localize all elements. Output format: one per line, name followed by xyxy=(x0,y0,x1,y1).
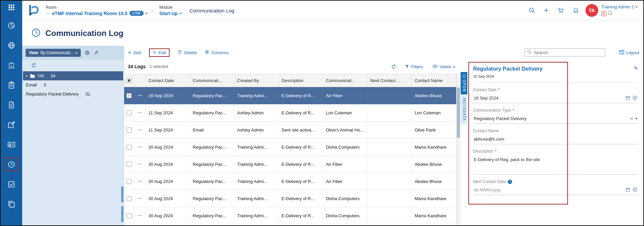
field-input[interactable]: E-Delivery of Reg. pack to the site xyxy=(473,155,638,175)
communication-log-icon[interactable] xyxy=(5,158,18,171)
row-actions-icon[interactable]: ••• xyxy=(138,94,142,97)
row-checkbox[interactable] xyxy=(127,196,132,201)
copy-pages-icon[interactable] xyxy=(5,197,18,211)
dashboard-icon[interactable] xyxy=(5,19,18,32)
tree-item[interactable]: Email 3 xyxy=(23,80,123,89)
user-avatar[interactable]: TA xyxy=(585,4,598,17)
column-header[interactable]: Communicati... xyxy=(323,74,367,87)
column-header[interactable]: Contact Name xyxy=(412,74,456,87)
cell-contact-name: Mansi Kandhare xyxy=(412,190,456,207)
cell-contact-name: Olive Parik xyxy=(412,121,456,138)
row-checkbox[interactable]: ✓ xyxy=(127,93,132,98)
communication-log-clock-icon xyxy=(31,28,41,39)
edit-button[interactable]: ✎ Edit xyxy=(153,50,166,55)
metadata-label-tab[interactable]: METADATA xyxy=(461,96,467,124)
row-actions-icon[interactable]: ••• xyxy=(138,162,142,166)
column-header[interactable]: Communicati... xyxy=(190,74,235,87)
contacts-card-icon[interactable] xyxy=(5,138,18,151)
tree-item[interactable]: Regulatory Packet Delivery 31 xyxy=(23,89,123,99)
table-row[interactable]: ••• 30 Aug 2024 Regulatory Pac... Traini… xyxy=(124,190,456,207)
row-checkbox[interactable] xyxy=(127,145,132,150)
search-icon[interactable] xyxy=(529,7,535,13)
column-header[interactable]: Description xyxy=(279,74,323,87)
clear-x-icon[interactable]: × xyxy=(630,116,633,121)
select-all-checkbox[interactable] xyxy=(127,78,132,83)
row-checkbox[interactable] xyxy=(127,213,132,218)
cart-icon[interactable] xyxy=(558,7,564,13)
grid-refresh-icon[interactable] xyxy=(391,64,396,69)
apps-grid-icon[interactable] xyxy=(5,1,18,14)
pin-icon[interactable] xyxy=(94,50,99,55)
table-scrollbar-thumb[interactable] xyxy=(457,87,460,138)
calendar-icon[interactable] xyxy=(625,187,630,192)
table-row[interactable]: ••• 30 Aug 2024 Regulatory Pac... Traini… xyxy=(124,207,456,224)
views-button[interactable]: Views ▾ xyxy=(432,64,455,69)
view-selector[interactable]: View By Communicati... ▾ xyxy=(26,49,81,57)
row-checkbox[interactable] xyxy=(127,179,132,184)
row-actions-icon[interactable]: ••• xyxy=(138,214,142,217)
panel-refresh-icon[interactable] xyxy=(22,60,124,70)
documents-icon[interactable] xyxy=(5,98,18,112)
clear-circle-icon[interactable] xyxy=(633,187,637,192)
field-input[interactable]: dd MMM yyyy xyxy=(473,186,638,195)
room-dropdown-icon[interactable]: ▾ xyxy=(146,11,147,15)
user-menu[interactable]: Training Admin 2 ▾ xyxy=(601,4,637,9)
panel-scrollbar-thumb[interactable] xyxy=(121,206,123,222)
cell-description: Sent site activa... xyxy=(279,121,323,138)
table-row[interactable]: ••• 11 Sep 2024 Email Ashley Admin Sent … xyxy=(124,121,456,139)
quick-add-icon[interactable]: + xyxy=(544,7,548,14)
layout-button[interactable]: Layout xyxy=(619,50,639,55)
field-input[interactable]: 16 Sep 2024 xyxy=(473,94,638,103)
column-header[interactable]: Next Contact ... xyxy=(367,74,412,87)
cell-communication: Disha Computers xyxy=(323,190,367,207)
notifications-bell-icon[interactable] xyxy=(573,7,579,13)
row-actions-icon[interactable]: ••• xyxy=(138,145,142,149)
app-logo[interactable] xyxy=(27,4,40,17)
tree-item-label: Regulatory Packet Delivery xyxy=(26,91,79,97)
row-actions-icon[interactable]: ••• xyxy=(138,128,142,131)
table-row[interactable]: ✓ ••• 16 Sep 2024 Regulatory Pac... Trai… xyxy=(124,87,456,104)
column-header[interactable]: Contact Date xyxy=(146,74,190,87)
row-checkbox[interactable] xyxy=(127,127,132,133)
gear-icon[interactable]: ⚙ xyxy=(85,49,90,57)
table-row[interactable]: ••• 30 Aug 2024 Regulatory Pac... Traini… xyxy=(124,139,456,156)
globe-icon[interactable] xyxy=(5,39,18,52)
add-button[interactable]: + Add xyxy=(128,50,141,55)
field-input[interactable]: abhuse@ti.com xyxy=(473,135,638,144)
row-checkbox[interactable] xyxy=(127,162,132,167)
room-name[interactable]: eTMF Internal Training Room 10.5 xyxy=(52,11,128,16)
column-header[interactable]: Created By xyxy=(235,74,279,87)
table-row[interactable]: ••• 30 Aug 2024 Regulatory Pac... Traini… xyxy=(124,173,456,190)
search-input[interactable] xyxy=(534,50,603,55)
top-bar: Room ☆ eTMF Internal Training Room 10.5 … xyxy=(22,1,643,21)
row-checkbox[interactable] xyxy=(127,110,132,115)
expander-icon[interactable]: ▾ xyxy=(26,74,28,78)
table-row[interactable]: ••• 11 Sep 2024 Regulatory Pac... Ashley… xyxy=(124,104,456,121)
organization-icon[interactable] xyxy=(5,59,18,72)
clear-circle-icon[interactable] xyxy=(633,96,637,100)
row-actions-icon[interactable]: ••• xyxy=(138,111,142,114)
favorite-star-icon[interactable]: ☆ xyxy=(46,11,50,16)
compose-icon[interactable] xyxy=(5,118,18,131)
filters-button[interactable]: Filters xyxy=(405,64,423,69)
calendar-icon[interactable] xyxy=(625,96,630,100)
row-actions-icon[interactable]: ••• xyxy=(138,180,142,183)
table-row[interactable]: ••• 30 Aug 2024 Regulatory Pac... Traini… xyxy=(124,156,456,173)
tree-item[interactable]: ▾ *All 34 xyxy=(23,71,123,80)
columns-button[interactable]: Columns xyxy=(205,50,228,55)
help-icon[interactable]: ? xyxy=(508,180,512,184)
grid-search-box[interactable] xyxy=(525,48,605,57)
actions-column-header xyxy=(134,74,146,87)
open-metadata-tab[interactable]: OPEN xyxy=(461,72,467,95)
field-input[interactable]: Regulatory Packet Delivery × ▾ xyxy=(473,114,638,124)
delete-button[interactable]: Delete xyxy=(178,50,197,55)
tasks-icon[interactable] xyxy=(5,178,18,191)
table-scrollbar[interactable] xyxy=(456,74,460,225)
details-edit-pencil-icon[interactable]: ✎ xyxy=(634,65,638,71)
row-actions-icon[interactable]: ••• xyxy=(138,197,142,200)
module-dropdown-icon[interactable]: ▾ xyxy=(180,11,181,15)
module-name[interactable]: Start Up xyxy=(159,11,177,16)
audit-clipboard-icon[interactable] xyxy=(5,78,18,92)
panel-scrollbar-thumb[interactable] xyxy=(121,186,123,202)
dropdown-chevron-icon[interactable]: ▾ xyxy=(635,116,637,121)
